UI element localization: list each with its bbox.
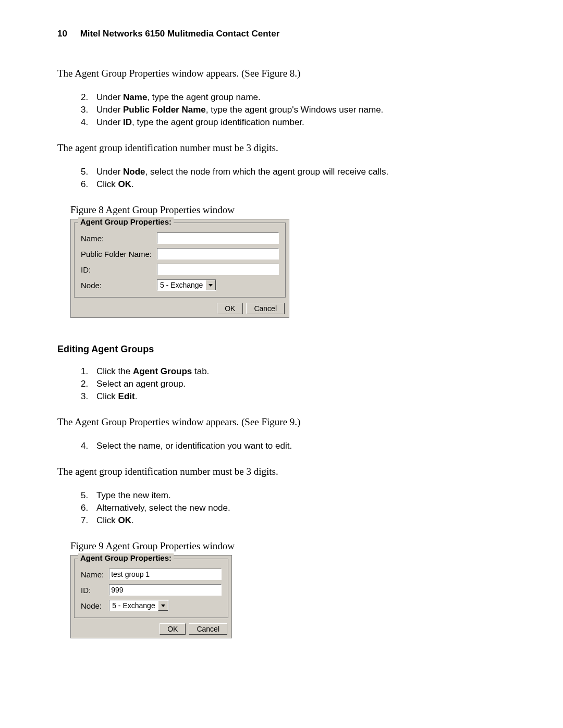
note-3-digits-2: The agent group identification number mu… [57, 466, 506, 477]
intro-figure9: The Agent Group Properties window appear… [57, 416, 506, 428]
figure8-caption: Figure 8 Agent Group Properties window [70, 204, 506, 216]
page-title: Mitel Networks 6150 Mulitmedia Contact C… [80, 29, 280, 39]
intro-figure8: The Agent Group Properties window appear… [57, 68, 506, 79]
fig9-name-label: Name: [79, 566, 107, 582]
fig8-name-input[interactable] [157, 232, 279, 244]
fig8-pfn-input[interactable] [157, 248, 279, 260]
steps-5-6: 5.Under Node, select the node from which… [57, 167, 506, 190]
fig8-name-label: Name: [79, 230, 155, 246]
fig9-id-input[interactable] [109, 584, 222, 596]
fig8-ok-button[interactable]: OK [217, 303, 243, 314]
fig9-id-label: ID: [79, 582, 107, 598]
steps-2-4: 2.Under Name, type the agent group name.… [57, 92, 506, 128]
steps-edit-4: 4.Select the name, or identification you… [57, 441, 506, 451]
fig9-node-value: 5 - Exchange [109, 600, 158, 611]
steps-edit-5-7: 5.Type the new item. 6.Alternatively, se… [57, 490, 506, 526]
figure8-legend: Agent Group Properties: [78, 217, 174, 226]
fig8-node-value: 5 - Exchange [157, 280, 206, 290]
steps-edit-1-3: 1.Click the Agent Groups tab. 2.Select a… [57, 366, 506, 402]
editing-agent-groups-head: Editing Agent Groups [57, 344, 506, 355]
note-3-digits-1: The agent group identification number mu… [57, 142, 506, 154]
fig9-node-label: Node: [79, 598, 107, 613]
fig9-ok-button[interactable]: OK [160, 623, 186, 635]
figure8-dialog: Agent Group Properties: Name: Public Fol… [70, 219, 289, 318]
fig8-node-label: Node: [79, 277, 155, 293]
figure9-dialog: Agent Group Properties: Name: ID: Node: … [70, 555, 232, 638]
fig9-cancel-button[interactable]: Cancel [189, 623, 227, 635]
fig8-pfn-label: Public Folder Name: [79, 246, 155, 262]
chevron-down-icon[interactable] [205, 280, 216, 290]
fig9-node-select[interactable]: 5 - Exchange [109, 600, 169, 611]
figure9-caption: Figure 9 Agent Group Properties window [70, 540, 506, 552]
fig8-id-label: ID: [79, 262, 155, 277]
page-header: 10 Mitel Networks 6150 Mulitmedia Contac… [57, 29, 506, 39]
figure9-legend: Agent Group Properties: [78, 553, 174, 562]
fig8-cancel-button[interactable]: Cancel [246, 303, 285, 314]
page-number: 10 [57, 29, 67, 39]
fig8-node-select[interactable]: 5 - Exchange [157, 279, 217, 291]
fig8-id-input[interactable] [157, 264, 279, 275]
fig9-name-input[interactable] [109, 569, 222, 580]
chevron-down-icon[interactable] [158, 600, 168, 611]
